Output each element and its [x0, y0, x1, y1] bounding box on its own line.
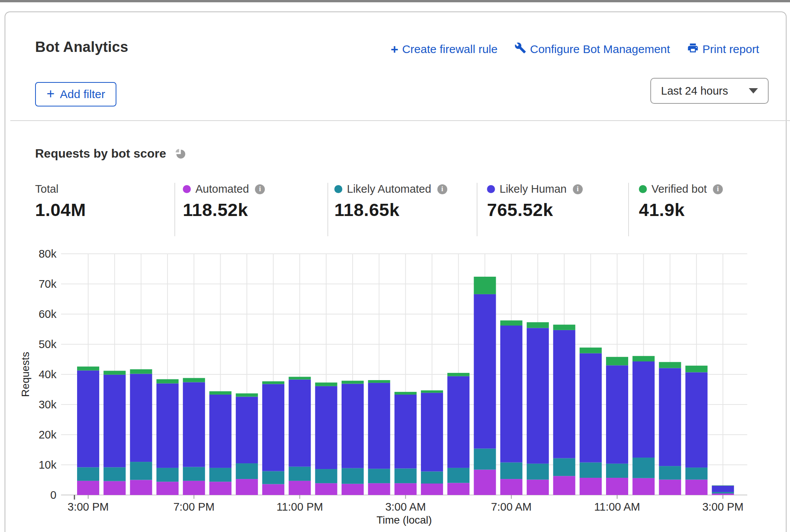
svg-text:30k: 30k	[39, 398, 56, 411]
print-report-link[interactable]: Print report	[687, 42, 759, 56]
create-firewall-rule-label: Create firewall rule	[402, 43, 498, 56]
svg-text:80k: 80k	[39, 248, 56, 260]
svg-text:40k: 40k	[39, 368, 56, 380]
section-title: Requests by bot score	[35, 147, 166, 161]
chevron-down-icon	[749, 88, 758, 94]
svg-text:50k: 50k	[39, 338, 56, 350]
requests-by-bot-score-chart: 010k20k30k40k50k60k70k80k3:00 PM7:00 PM1…	[0, 237, 790, 532]
svg-text:3:00 PM: 3:00 PM	[68, 501, 109, 513]
create-firewall-rule-link[interactable]: + Create firewall rule	[391, 43, 498, 56]
stats-divider	[628, 183, 629, 236]
svg-text:11:00 PM: 11:00 PM	[276, 501, 323, 513]
stat-likely-automated: Likely Automated i 118.65k	[334, 183, 447, 220]
svg-text:7:00 AM: 7:00 AM	[491, 501, 532, 513]
stat-verified-bot: Verified bot i 41.9k	[639, 183, 723, 220]
header-divider	[10, 120, 790, 121]
plus-icon: +	[391, 44, 398, 55]
info-icon[interactable]: i	[437, 184, 447, 194]
configure-bot-management-label: Configure Bot Management	[530, 43, 670, 56]
svg-text:3:00 AM: 3:00 AM	[385, 501, 426, 513]
top-border-strip	[0, 0, 790, 2]
add-filter-button[interactable]: + Add filter	[35, 82, 116, 106]
info-icon[interactable]: i	[573, 184, 583, 194]
automated-dot	[183, 185, 191, 193]
wrench-icon	[514, 42, 526, 56]
stat-total-value: 1.04M	[35, 199, 86, 220]
stats-row: Total 1.04M Automated i 118.52k Likely A…	[5, 183, 790, 240]
pie-chart-icon	[174, 148, 186, 160]
svg-text:10k: 10k	[39, 459, 56, 471]
stat-likely-automated-label: Likely Automated	[347, 183, 431, 195]
stat-automated: Automated i 118.52k	[183, 183, 265, 220]
svg-text:70k: 70k	[39, 278, 56, 290]
svg-text:60k: 60k	[39, 308, 56, 320]
svg-text:11:00 AM: 11:00 AM	[594, 501, 640, 513]
svg-text:Time (local): Time (local)	[376, 514, 432, 526]
svg-text:20k: 20k	[39, 429, 56, 441]
section-title-row: Requests by bot score	[35, 147, 186, 161]
info-icon[interactable]: i	[713, 184, 723, 194]
likely-human-dot	[487, 185, 495, 193]
svg-text:Requests: Requests	[19, 352, 31, 397]
stats-divider	[174, 183, 175, 236]
stat-automated-label: Automated	[195, 183, 249, 195]
configure-bot-management-link[interactable]: Configure Bot Management	[514, 42, 670, 56]
stat-likely-human-label: Likely Human	[500, 183, 567, 195]
stat-total: Total 1.04M	[35, 183, 86, 220]
stat-likely-human-value: 765.52k	[487, 199, 583, 220]
stat-total-label: Total	[35, 183, 58, 195]
printer-icon	[687, 42, 699, 56]
page-title: Bot Analytics	[35, 39, 128, 55]
verified-bot-dot	[639, 185, 647, 193]
stat-likely-automated-value: 118.65k	[334, 199, 447, 220]
stat-verified-bot-value: 41.9k	[639, 199, 723, 220]
stat-automated-value: 118.52k	[183, 199, 265, 220]
time-range-select[interactable]: Last 24 hours	[650, 78, 769, 104]
stat-likely-human: Likely Human i 765.52k	[487, 183, 583, 220]
svg-text:7:00 PM: 7:00 PM	[173, 501, 214, 513]
info-icon[interactable]: i	[255, 184, 265, 194]
time-range-value: Last 24 hours	[661, 85, 728, 97]
stats-divider	[477, 183, 477, 236]
bot-analytics-page: Bot Analytics + Create firewall rule Con…	[0, 0, 790, 532]
header-actions: + Create firewall rule Configure Bot Man…	[391, 42, 759, 56]
stat-verified-bot-label: Verified bot	[651, 183, 707, 195]
svg-text:0: 0	[50, 489, 56, 501]
plus-icon: +	[47, 86, 55, 102]
stats-divider	[327, 183, 328, 236]
print-report-label: Print report	[703, 43, 759, 56]
svg-text:3:00 PM: 3:00 PM	[702, 501, 743, 513]
likely-automated-dot	[334, 185, 342, 193]
add-filter-label: Add filter	[60, 88, 105, 101]
